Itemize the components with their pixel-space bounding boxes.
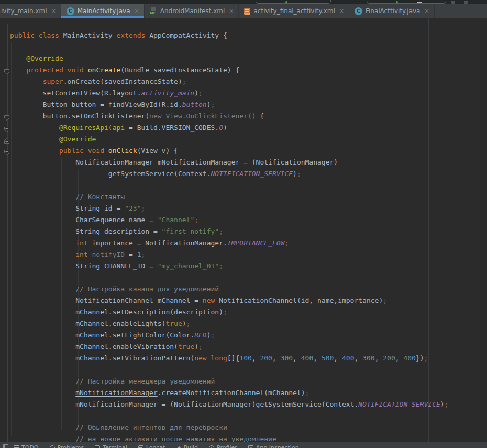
toolwindow-profiler-button[interactable]: Profiler xyxy=(209,444,237,448)
code-line-36: // на новое активити после нажатия на ув… xyxy=(0,433,487,442)
android-manifest-icon: MF xyxy=(150,7,157,15)
code-line-21: String CHANNEL_ID = "my_channel_01"; xyxy=(0,260,487,272)
tab-androidmanifest-xml[interactable]: MFAndroidManifest.xml✕ xyxy=(145,4,239,18)
code-line-31: // Настройка менеджера уведомлений xyxy=(0,376,487,387)
device-selector-button[interactable] xyxy=(367,0,446,4)
appinspect-icon xyxy=(248,445,253,448)
code-line-32: mNotificationManager.createNotificationC… xyxy=(0,387,487,399)
xml-layout-file-icon xyxy=(244,8,250,15)
toolwindow-label: Profiler xyxy=(217,444,237,448)
android-studio-window: ivity_main.xml✕CMainActivity.java✕MFAndr… xyxy=(0,0,487,448)
tab-mainactivity-java[interactable]: CMainActivity.java✕ xyxy=(61,4,145,18)
toolwindow-label: Terminal xyxy=(103,444,127,448)
tab-label: FinalActtivity.java xyxy=(366,7,420,15)
toolwindow-build-button[interactable]: Build xyxy=(176,444,198,448)
tab-label: AndroidManifest.xml xyxy=(160,7,225,15)
tab-ivity-main-xml[interactable]: ivity_main.xml✕ xyxy=(0,4,61,18)
close-tab-icon[interactable]: ✕ xyxy=(134,8,139,14)
code-line-26: mChannel.enableLights(true); xyxy=(0,318,487,330)
build-icon xyxy=(176,446,181,448)
toolwindow-todo-button[interactable]: TODO xyxy=(14,444,39,448)
todo-icon xyxy=(14,445,19,448)
toolwindow-label: Problems xyxy=(58,444,84,448)
code-line-27: mChannel.setLightColor(Color.RED); xyxy=(0,330,487,341)
code-editor[interactable]: public class MainActivity extends AppCom… xyxy=(0,18,487,442)
profiler-icon xyxy=(209,445,214,448)
code-line-20: int notifyID = 1; xyxy=(0,249,487,260)
java-class-icon: C xyxy=(355,7,362,15)
toolwindow-problems-button[interactable]: Problems xyxy=(50,444,84,448)
code-line-17: CharSequence name = "Channel"; xyxy=(0,214,487,226)
toolwindow-label: Logcat xyxy=(146,444,165,448)
code-text: public class MainActivity extends AppCom… xyxy=(0,30,487,442)
tool-window-bar: TODOProblemsTerminalLogcatBuildProfilerA… xyxy=(0,442,487,448)
code-line-34 xyxy=(0,410,487,422)
code-line-4: protected void onCreate(Bundle savedInst… xyxy=(0,64,487,76)
code-line-24: NotificationChannel mChannel = new Notif… xyxy=(0,295,487,307)
code-line-28: mChannel.enableVibration(true); xyxy=(0,341,487,353)
tab-label: MainActivity.java xyxy=(78,7,130,15)
code-line-23: // Настройка канала для уведомлений xyxy=(0,283,487,295)
tab-finalacttivity-java[interactable]: CFinalActtivity.java✕ xyxy=(349,4,435,18)
code-line-1: public class MainActivity extends AppCom… xyxy=(0,30,487,41)
code-line-18: String description = "first notify"; xyxy=(0,226,487,237)
close-tab-icon[interactable]: ✕ xyxy=(338,8,344,14)
toolwindow-app-inspection-button[interactable]: App Inspection xyxy=(248,444,299,448)
code-line-19: int importance = NotificationManager.IMP… xyxy=(0,237,487,249)
code-line-29: mChannel.setVibrationPattern(new long[]{… xyxy=(0,353,487,364)
code-line-3: @Override xyxy=(0,53,487,64)
toolwindow-terminal-button[interactable]: Terminal xyxy=(95,444,127,448)
code-line-33: mNotificationManager = (NotificationMana… xyxy=(0,399,487,410)
tab-activity-final-acttivity-xml[interactable]: activity_final_acttivity.xml✕ xyxy=(239,4,349,18)
code-line-5: super.onCreate(savedInstanceState); xyxy=(0,76,487,88)
code-line-22 xyxy=(0,272,487,283)
code-line-8: button.setOnClickListener(new View.OnCli… xyxy=(0,111,487,122)
tab-label: ivity_main.xml xyxy=(1,7,47,15)
toolbar-action-icon[interactable] xyxy=(451,1,455,4)
toolbar-dash-icon xyxy=(417,2,422,3)
toolbar-action-icon[interactable] xyxy=(464,1,468,4)
code-line-10: @Override xyxy=(0,134,487,145)
toolwindow-label: Build xyxy=(183,444,198,448)
run-status-dot-icon xyxy=(285,1,287,3)
device-status-dot-icon xyxy=(396,1,398,3)
run-configuration-button[interactable] xyxy=(256,0,331,4)
toolwindow-logcat-button[interactable]: Logcat xyxy=(138,444,165,448)
tool-window-layout-icon[interactable] xyxy=(3,444,8,448)
close-tab-icon[interactable]: ✕ xyxy=(423,8,429,14)
code-line-7: Button button = findViewById(R.id.button… xyxy=(0,99,487,111)
problems-icon xyxy=(50,445,55,448)
editor-tab-bar: ivity_main.xml✕CMainActivity.java✕MFAndr… xyxy=(0,4,487,18)
tab-label: activity_final_acttivity.xml xyxy=(253,7,335,15)
code-line-6: setContentView(R.layout.activity_main); xyxy=(0,88,487,99)
code-line-15: // Константы xyxy=(0,191,487,203)
toolwindow-label: App Inspection xyxy=(256,444,299,448)
code-line-9: @RequiresApi(api = Build.VERSION_CODES.O… xyxy=(0,122,487,134)
code-line-11: public void onClick(View v) { xyxy=(0,145,487,157)
code-line-13: getSystemService(Context.NOTIFICATION_SE… xyxy=(0,168,487,180)
close-tab-icon[interactable]: ✕ xyxy=(50,8,56,14)
close-tab-icon[interactable]: ✕ xyxy=(228,8,234,14)
code-line-16: String id = "23"; xyxy=(0,203,487,214)
code-line-30 xyxy=(0,364,487,376)
code-line-14 xyxy=(0,180,487,191)
terminal-icon xyxy=(95,445,100,448)
main-toolbar xyxy=(0,0,487,4)
code-line-2 xyxy=(0,41,487,53)
logcat-icon xyxy=(138,445,143,448)
code-line-12: NotificationManager mNotificationManager… xyxy=(0,157,487,168)
java-class-icon: C xyxy=(67,7,74,15)
toolwindow-label: TODO xyxy=(21,444,39,448)
code-line-25: mChannel.setDescription(description); xyxy=(0,307,487,318)
code-line-35: // Обьявление интентов для переброски xyxy=(0,422,487,433)
